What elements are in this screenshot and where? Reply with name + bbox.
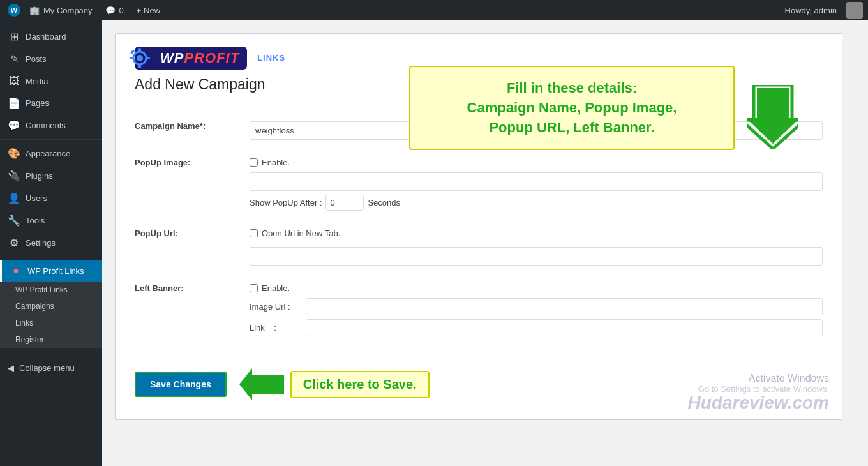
pages-icon: 📄 bbox=[8, 97, 20, 109]
comments-icon: 💬 bbox=[105, 6, 116, 15]
sidebar-item-plugins[interactable]: 🔌 Plugins bbox=[0, 165, 102, 187]
popup-url-newtab-label: Open Url in New Tab. bbox=[262, 229, 340, 238]
svg-point-1 bbox=[137, 55, 143, 61]
sidebar-item-users[interactable]: 👤 Users bbox=[0, 187, 102, 209]
image-url-label: Image Url : bbox=[250, 302, 301, 312]
left-banner-enable-checkbox[interactable] bbox=[250, 284, 258, 292]
popup-image-enable-row: Enable. bbox=[250, 158, 823, 167]
left-arrow-icon bbox=[239, 368, 284, 400]
wp-profit-icon: ● bbox=[10, 265, 22, 276]
link-label: Link : bbox=[250, 323, 301, 333]
svg-rect-5 bbox=[146, 57, 150, 59]
avatar bbox=[846, 2, 863, 19]
sidebar-item-posts[interactable]: ✎ Posts bbox=[0, 48, 102, 70]
left-banner-row: Left Banner: Enable. Image Url : bbox=[135, 274, 823, 349]
adminbar-comments[interactable]: 💬 0 bbox=[99, 0, 130, 20]
show-popup-seconds-input[interactable] bbox=[326, 195, 364, 211]
sidebar-item-media[interactable]: 🖼 Media bbox=[0, 70, 102, 92]
settings-icon: ⚙ bbox=[8, 237, 20, 249]
popup-url-newtab-checkbox[interactable] bbox=[250, 229, 258, 237]
popup-url-row: PopUp Url: Open Url in New Tab. bbox=[135, 220, 823, 274]
appearance-icon: 🎨 bbox=[8, 147, 20, 160]
main-content: WP PROFIT LINKS Fill in these details: C… bbox=[102, 20, 868, 466]
save-annotation: Click here to Save. bbox=[239, 368, 430, 400]
image-url-input[interactable] bbox=[306, 298, 823, 315]
click-here-box: Click here to Save. bbox=[290, 371, 430, 398]
sidebar-item-appearance[interactable]: 🎨 Appearance bbox=[0, 142, 102, 165]
left-banner-enable-row: Enable. bbox=[250, 283, 823, 293]
submenu-item-links[interactable]: Links bbox=[0, 315, 102, 331]
menu-separator-1 bbox=[0, 139, 102, 140]
svg-rect-2 bbox=[138, 48, 141, 52]
adminbar-howdy: Howdy, admin bbox=[779, 6, 843, 15]
posts-icon: ✎ bbox=[8, 53, 20, 65]
svg-rect-3 bbox=[138, 64, 141, 68]
logo-profit: PROFIT bbox=[184, 50, 239, 66]
comments-nav-icon: 💬 bbox=[8, 119, 20, 132]
plugins-icon: 🔌 bbox=[8, 170, 20, 182]
image-url-row: Image Url : bbox=[250, 298, 823, 315]
wp-profit-submenu: WP Profit Links Campaigns Links Register bbox=[0, 282, 102, 348]
collapse-menu-button[interactable]: ◀ Collapse menu bbox=[0, 358, 102, 378]
users-icon: 👤 bbox=[8, 192, 20, 204]
popup-url-newtab-row: Open Url in New Tab. bbox=[250, 229, 823, 238]
wp-logo-icon[interactable]: W bbox=[5, 0, 23, 20]
campaign-name-label: Campaign Name*: bbox=[135, 112, 250, 149]
admin-bar: W 🏢 My Company 💬 0 + New Howdy, admin bbox=[0, 0, 868, 20]
tools-icon: 🔧 bbox=[8, 214, 20, 227]
sidebar-item-dashboard[interactable]: ⊞ Dashboard bbox=[0, 26, 102, 48]
svg-rect-4 bbox=[130, 57, 134, 59]
instruction-text: Fill in these details: Campaign Name, Po… bbox=[426, 79, 718, 137]
dashboard-icon: ⊞ bbox=[8, 31, 20, 43]
content-card: WP PROFIT LINKS Fill in these details: C… bbox=[115, 33, 842, 420]
popup-image-url-input[interactable] bbox=[250, 172, 823, 191]
popup-image-enable-checkbox[interactable] bbox=[250, 158, 258, 167]
submenu-item-register[interactable]: Register bbox=[0, 331, 102, 348]
collapse-icon: ◀ bbox=[8, 363, 14, 373]
popup-url-input[interactable] bbox=[250, 247, 823, 266]
left-banner-label: Left Banner: bbox=[135, 274, 250, 349]
sidebar-item-tools[interactable]: 🔧 Tools bbox=[0, 209, 102, 232]
gear-icon bbox=[128, 47, 151, 70]
popup-image-enable-label: Enable. bbox=[262, 158, 290, 167]
sidebar: ⊞ Dashboard ✎ Posts 🖼 Media 📄 Pages 💬 Co… bbox=[0, 20, 102, 466]
logo-wp: WP bbox=[160, 50, 184, 66]
site-icon: 🏢 bbox=[29, 6, 40, 15]
media-icon: 🖼 bbox=[8, 75, 20, 87]
link-input[interactable] bbox=[306, 319, 823, 336]
adminbar-new[interactable]: + New bbox=[130, 0, 167, 20]
save-area: Save Changes Click here to Save. bbox=[135, 362, 823, 400]
sidebar-item-settings[interactable]: ⚙ Settings bbox=[0, 232, 102, 254]
down-arrow-icon bbox=[747, 85, 798, 149]
show-popup-row: Show PopUp After : Seconds bbox=[250, 195, 823, 211]
submenu-item-campaigns[interactable]: Campaigns bbox=[0, 298, 102, 315]
adminbar-site-name[interactable]: 🏢 My Company bbox=[23, 0, 99, 20]
popup-image-row: PopUp Image: Enable. Show PopUp After : … bbox=[135, 149, 823, 220]
instruction-box: Fill in these details: Campaign Name, Po… bbox=[409, 66, 735, 150]
sidebar-item-comments[interactable]: 💬 Comments bbox=[0, 114, 102, 137]
left-banner-enable-label: Enable. bbox=[262, 283, 290, 293]
link-row: Link : bbox=[250, 319, 823, 336]
sidebar-item-pages[interactable]: 📄 Pages bbox=[0, 92, 102, 114]
popup-url-label: PopUp Url: bbox=[135, 220, 250, 274]
save-changes-button[interactable]: Save Changes bbox=[135, 372, 227, 397]
menu-separator-2 bbox=[0, 257, 102, 257]
popup-image-label: PopUp Image: bbox=[135, 149, 250, 220]
submenu-item-wp-profit-links[interactable]: WP Profit Links bbox=[0, 282, 102, 298]
logo-links: LINKS bbox=[257, 53, 285, 63]
down-arrow-annotation bbox=[747, 85, 798, 157]
sidebar-item-wp-profit-links[interactable]: ● WP Profit Links bbox=[0, 260, 102, 282]
svg-marker-9 bbox=[239, 368, 284, 400]
